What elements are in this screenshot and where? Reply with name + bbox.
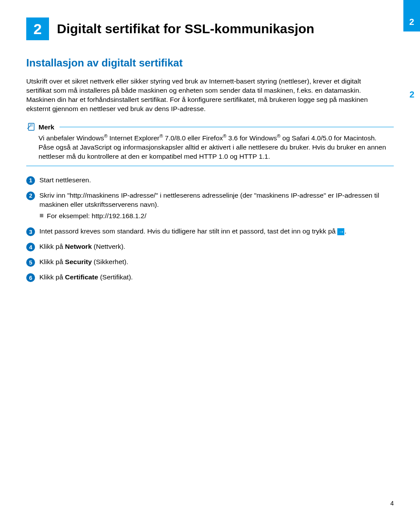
note-text: 3.6 for Windows <box>227 134 277 142</box>
step-text: Intet passord kreves som standard. Hvis … <box>39 227 337 235</box>
intro-paragraph: Utskrift over et sikret nettverk eller s… <box>26 77 394 114</box>
step-text: (Sertifikat). <box>98 273 133 281</box>
chapter-title: Digitalt sertifikat for SSL-kommunikasjo… <box>57 21 314 36</box>
step-bold: Certificate <box>65 273 98 281</box>
step-text: Start nettleseren. <box>39 176 394 185</box>
note-closing-rule <box>26 166 394 166</box>
step-content: Klikk på Network (Nettverk). <box>39 242 394 251</box>
registered-symbol: ® <box>223 133 227 139</box>
note-body: Vi anbefaler Windows® Internet Explorer®… <box>26 132 394 161</box>
step-content: Intet passord kreves som standard. Hvis … <box>39 227 394 236</box>
chapter-number: 2 <box>34 21 42 38</box>
step-text: Skriv inn "http://maskinens IP-adresse/"… <box>39 192 379 208</box>
note-icon <box>26 122 36 132</box>
step-text: (Nettverk). <box>92 243 126 250</box>
step-bold: Security <box>65 258 92 265</box>
step-text: (Sikkerhet). <box>92 258 129 265</box>
step-bold: Network <box>65 243 92 250</box>
step-text: Klikk på <box>39 258 65 265</box>
step-number-badge: 6 <box>26 273 35 282</box>
note-rule <box>60 127 394 127</box>
side-margin-number: 2 <box>410 90 414 100</box>
step-text: Klikk på <box>39 273 65 281</box>
side-tab-number: 2 <box>409 17 414 27</box>
note-header: Merk <box>26 122 394 132</box>
step-number-badge: 1 <box>26 176 35 185</box>
side-tab: 2 <box>403 0 420 31</box>
sub-bullet: For eksempel: http://192.168.1.2/ <box>40 212 381 221</box>
step-item: 5 Klikk på Security (Sikkerhet). <box>26 258 394 267</box>
step-number-badge: 4 <box>26 243 35 251</box>
step-item: 2 Skriv inn "http://maskinens IP-adresse… <box>26 191 394 221</box>
registered-symbol: ® <box>104 133 108 139</box>
step-text: . <box>344 227 346 235</box>
note-text: Vi anbefaler Windows <box>38 134 104 142</box>
step-item: 1 Start nettleseren. <box>26 176 394 185</box>
step-list: 1 Start nettleseren. 2 Skriv inn "http:/… <box>26 176 394 282</box>
arrow-submit-icon <box>337 228 344 235</box>
step-item: 3 Intet passord kreves som standard. Hvi… <box>26 227 394 236</box>
note-text: 7.0/8.0 eller Firefox <box>163 134 223 142</box>
bullet-marker-icon <box>40 214 43 217</box>
step-content: Skriv inn "http://maskinens IP-adresse/"… <box>39 191 394 221</box>
step-content: Klikk på Certificate (Sertifikat). <box>39 273 394 282</box>
section-heading: Installasjon av digitalt sertifikat <box>26 57 394 69</box>
sub-bullet-text: For eksempel: http://192.168.1.2/ <box>47 212 146 221</box>
step-item: 6 Klikk på Certificate (Sertifikat). <box>26 273 394 282</box>
note-text: Internet Explorer <box>108 134 160 142</box>
step-number-badge: 3 <box>26 227 35 236</box>
step-content: Klikk på Security (Sikkerhet). <box>39 258 394 267</box>
registered-symbol: ® <box>277 133 280 139</box>
step-number-badge: 5 <box>26 258 35 267</box>
chapter-header: 2 Digitalt sertifikat for SSL-kommunikas… <box>26 17 394 40</box>
step-text: Klikk på <box>39 243 65 250</box>
chapter-number-box: 2 <box>26 17 49 40</box>
note-block: Merk Vi anbefaler Windows® Internet Expl… <box>26 122 394 166</box>
step-number-badge: 2 <box>26 192 35 200</box>
note-label: Merk <box>38 123 54 131</box>
registered-symbol: ® <box>160 133 163 139</box>
step-item: 4 Klikk på Network (Nettverk). <box>26 242 394 251</box>
page-number: 4 <box>390 500 394 507</box>
